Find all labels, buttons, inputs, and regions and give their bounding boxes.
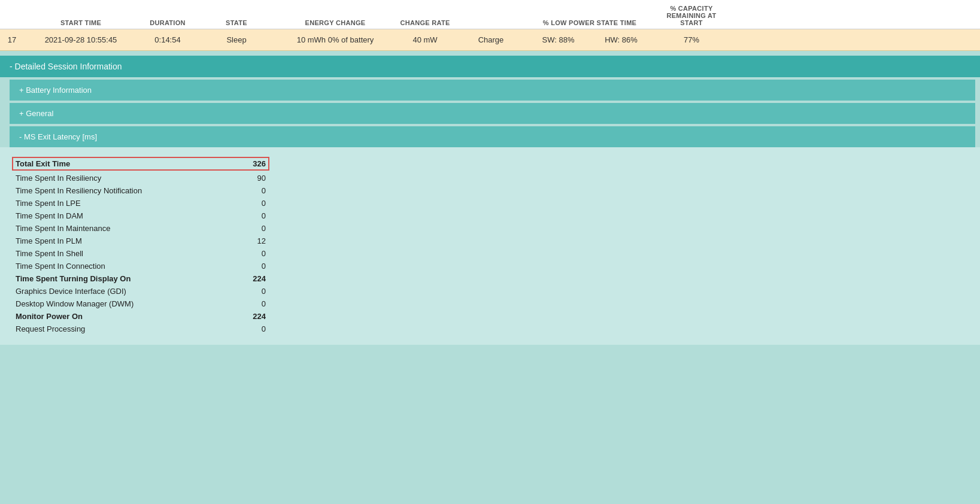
section-battery-info[interactable]: + Battery Information: [10, 80, 975, 101]
detail-label: Total Exit Time: [16, 159, 230, 168]
detail-row: Time Spent In Resiliency90: [12, 172, 269, 184]
detail-row: Time Spent In Shell0: [12, 247, 269, 260]
header-capacity: % CAPACITY REMAINING AT START: [653, 2, 730, 29]
detail-value: 0: [230, 186, 266, 195]
ms-exit-table: Total Exit Time326Time Spent In Resilien…: [12, 157, 269, 335]
detail-value: 0: [230, 249, 266, 258]
cell-charge: Charge: [455, 32, 527, 48]
detail-value: 0: [230, 287, 266, 296]
detail-label: Desktop Window Manager (DWM): [16, 299, 230, 308]
header-energy-change: ENERGY CHANGE: [275, 17, 395, 29]
section-general[interactable]: + General: [10, 103, 975, 124]
cell-start-time: 2021-09-28 10:55:45: [24, 32, 138, 48]
detail-value: 12: [230, 236, 266, 245]
detail-label: Time Spent In Maintenance: [16, 224, 230, 233]
cell-change-rate: 40 mW: [395, 32, 455, 48]
detail-row: Total Exit Time326: [12, 157, 269, 171]
detail-label: Time Spent In Resiliency: [16, 174, 230, 183]
detail-label: Time Spent In PLM: [16, 236, 230, 245]
header-low-power: % LOW POWER STATE TIME: [527, 17, 653, 29]
detail-label: Monitor Power On: [16, 312, 230, 321]
detail-label: Time Spent In LPE: [16, 199, 230, 208]
detail-value: 224: [230, 274, 266, 283]
detail-row: Time Spent In DAM0: [12, 210, 269, 222]
detail-label: Time Spent In Resiliency Notification: [16, 186, 230, 195]
header-state: STATE: [198, 17, 275, 29]
detail-value: 0: [230, 199, 266, 208]
header-num: [0, 24, 24, 29]
detail-value: 90: [230, 174, 266, 183]
detail-row: Monitor Power On224: [12, 310, 269, 323]
table-header: START TIME DURATION STATE ENERGY CHANGE …: [0, 0, 980, 29]
detail-value: 0: [230, 324, 266, 333]
table-row[interactable]: 17 2021-09-28 10:55:45 0:14:54 Sleep 10 …: [0, 29, 980, 51]
detail-row: Time Spent In PLM12: [12, 235, 269, 247]
detail-label: Time Spent In DAM: [16, 211, 230, 220]
detail-label: Graphics Device Interface (GDI): [16, 287, 230, 296]
cell-sw: SW: 88%: [527, 32, 590, 48]
section-ms-exit[interactable]: - MS Exit Latency [ms]: [10, 126, 975, 147]
detail-label: Time Spent Turning Display On: [16, 274, 230, 283]
detail-row: Time Spent Turning Display On224: [12, 272, 269, 285]
cell-state: Sleep: [198, 32, 275, 48]
detail-row: Time Spent In Connection0: [12, 260, 269, 272]
cell-duration: 0:14:54: [138, 32, 198, 48]
cell-num: 17: [0, 32, 24, 48]
header-charge: [455, 24, 527, 29]
detail-label: Time Spent In Shell: [16, 249, 230, 258]
detail-row: Desktop Window Manager (DWM)0: [12, 297, 269, 310]
detail-value: 0: [230, 299, 266, 308]
detail-row: Time Spent In Resiliency Notification0: [12, 184, 269, 197]
detail-row: Time Spent In LPE0: [12, 197, 269, 210]
cell-energy-change: 10 mWh 0% of battery: [275, 32, 395, 48]
detail-row: Time Spent In Maintenance0: [12, 222, 269, 235]
main-container: START TIME DURATION STATE ENERGY CHANGE …: [0, 0, 980, 504]
detail-value: 0: [230, 224, 266, 233]
ms-exit-detail-section: Total Exit Time326Time Spent In Resilien…: [0, 147, 980, 345]
section-detailed-info[interactable]: - Detailed Session Information: [0, 56, 980, 77]
detail-row: Request Processing0: [12, 323, 269, 335]
cell-hw: HW: 86%: [590, 32, 653, 48]
detail-value: 224: [230, 312, 266, 321]
header-start-time: START TIME: [24, 17, 138, 29]
detail-value: 0: [230, 211, 266, 220]
cell-capacity: 77%: [653, 32, 730, 48]
header-duration: DURATION: [138, 17, 198, 29]
header-change-rate: CHANGE RATE: [395, 17, 455, 29]
detail-value: 0: [230, 262, 266, 271]
detail-row: Graphics Device Interface (GDI)0: [12, 285, 269, 297]
detail-label: Request Processing: [16, 324, 230, 333]
detail-value: 326: [230, 159, 266, 168]
detail-label: Time Spent In Connection: [16, 262, 230, 271]
